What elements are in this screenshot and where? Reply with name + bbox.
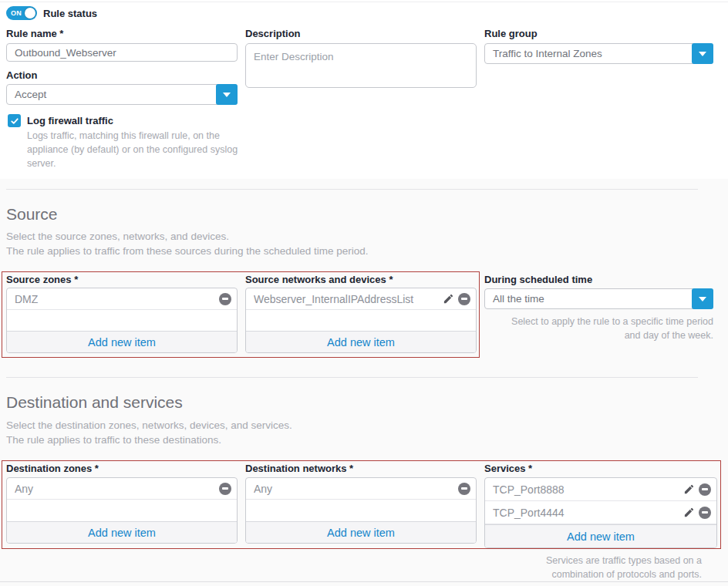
add-new-item-button[interactable]: Add new item [246, 521, 476, 543]
list-empty-area [246, 500, 476, 521]
source-section-title: Source [6, 205, 58, 224]
log-traffic-label: Log firewall traffic [27, 115, 113, 126]
chevron-down-icon [699, 52, 706, 56]
rule-name-label: Rule name * [6, 28, 63, 39]
services-label: Services * [484, 463, 532, 474]
add-new-item-label: Add new item [88, 336, 156, 349]
source-subtitle-line: The rule applies to traffic from these s… [6, 244, 369, 258]
rule-group-label: Rule group [484, 28, 538, 39]
edit-icon[interactable] [443, 293, 454, 305]
log-traffic-help-line: server. [27, 157, 258, 170]
rule-name-input[interactable] [6, 43, 238, 62]
edit-icon[interactable] [683, 483, 695, 495]
destination-subtitle-line: The rule applies to traffic to these des… [6, 433, 292, 447]
list-item-label: TCP_Port4444 [493, 507, 683, 519]
chevron-down-icon [699, 297, 706, 301]
remove-icon[interactable] [219, 483, 231, 495]
remove-icon[interactable] [458, 293, 470, 305]
list-empty-area [7, 310, 237, 331]
remove-icon[interactable] [699, 483, 711, 496]
log-traffic-help-line: Logs traffic, matching this firewall rul… [27, 129, 258, 143]
destination-zones-list: Any Add new item [6, 477, 238, 544]
add-new-item-label: Add new item [88, 527, 156, 539]
rule-status-label: Rule status [43, 8, 97, 19]
add-new-item-label: Add new item [327, 527, 395, 539]
list-item: TCP_Port4444 [485, 501, 716, 524]
destination-section-title: Destination and services [6, 393, 183, 412]
list-empty-area [246, 310, 476, 331]
destination-networks-label: Destination networks * [245, 463, 353, 474]
list-item-label: Any [15, 483, 219, 495]
scheduled-time-help-line: and day of the week. [484, 328, 713, 342]
add-new-item-label: Add new item [327, 336, 395, 349]
scheduled-time-label: During scheduled time [484, 274, 592, 285]
remove-icon[interactable] [219, 293, 231, 305]
rule-status-toggle[interactable]: ON [6, 6, 37, 20]
log-traffic-help: Logs traffic, matching this firewall rul… [27, 129, 258, 170]
log-traffic-help-line: appliance (by default) or on the configu… [27, 143, 258, 157]
list-item-label: DMZ [15, 293, 219, 305]
rule-group-select[interactable]: Traffic to Internal Zones [484, 43, 713, 64]
scheduled-time-dropdown-button[interactable] [692, 288, 713, 309]
bottom-divider [0, 581, 728, 582]
source-zones-list: DMZ Add new item [6, 288, 238, 353]
top-divider [0, 2, 728, 2]
add-new-item-button[interactable]: Add new item [485, 524, 716, 547]
add-new-item-button[interactable]: Add new item [7, 521, 237, 543]
list-item: Any [7, 478, 237, 500]
destination-subtitle-line: Select the destination zones, networks, … [6, 418, 292, 433]
add-new-item-button[interactable]: Add new item [246, 331, 476, 352]
destination-networks-list: Any Add new item [245, 477, 477, 544]
list-item: Any [246, 478, 476, 500]
list-item: TCP_Port8888 [485, 478, 716, 501]
add-new-item-label: Add new item [567, 530, 635, 543]
action-select[interactable]: Accept [6, 84, 238, 105]
section-divider [6, 377, 698, 378]
action-value: Accept [7, 89, 216, 100]
action-dropdown-button[interactable] [216, 84, 238, 105]
scheduled-time-select[interactable]: All the time [484, 288, 713, 309]
list-item-label: Webserver_InternalIPAddressList [254, 293, 443, 305]
remove-icon[interactable] [458, 483, 470, 495]
services-help-line: Services are traffic types based on a [484, 554, 702, 567]
source-subtitle-line: Select the source zones, networks, and d… [6, 229, 369, 244]
source-zones-label: Source zones * [6, 274, 78, 285]
source-section-subtitle: Select the source zones, networks, and d… [6, 229, 369, 258]
services-list: TCP_Port8888 TCP_Port4444 Add new item [484, 477, 717, 548]
chevron-down-icon [223, 93, 231, 97]
toggle-knob-icon [25, 8, 35, 19]
list-item-label: TCP_Port8888 [493, 483, 683, 496]
edit-icon[interactable] [683, 507, 695, 518]
section-divider [6, 189, 698, 190]
destination-section-subtitle: Select the destination zones, networks, … [6, 418, 292, 447]
list-item: DMZ [7, 288, 237, 310]
rule-group-dropdown-button[interactable] [692, 43, 713, 64]
description-label: Description [245, 28, 301, 39]
scheduled-time-help: Select to apply the rule to a specific t… [484, 315, 713, 342]
source-networks-label: Source networks and devices * [245, 274, 393, 285]
checkmark-icon [10, 116, 19, 126]
list-empty-area [7, 500, 237, 521]
services-help: Services are traffic types based on a co… [484, 554, 702, 581]
rule-group-value: Traffic to Internal Zones [485, 48, 692, 59]
scheduled-time-value: All the time [485, 293, 692, 305]
description-input[interactable] [245, 43, 477, 88]
toggle-on-label: ON [11, 9, 22, 17]
remove-icon[interactable] [699, 507, 711, 519]
action-label: Action [6, 69, 37, 81]
destination-zones-label: Destination zones * [6, 463, 99, 474]
services-help-line: combination of protocols and ports. [484, 567, 702, 581]
list-item-label: Any [254, 483, 458, 495]
scheduled-time-help-line: Select to apply the rule to a specific t… [484, 315, 713, 328]
list-item: Webserver_InternalIPAddressList [246, 288, 476, 310]
log-traffic-checkbox[interactable] [8, 114, 21, 127]
source-networks-list: Webserver_InternalIPAddressList Add new … [245, 288, 477, 353]
add-new-item-button[interactable]: Add new item [7, 331, 237, 352]
